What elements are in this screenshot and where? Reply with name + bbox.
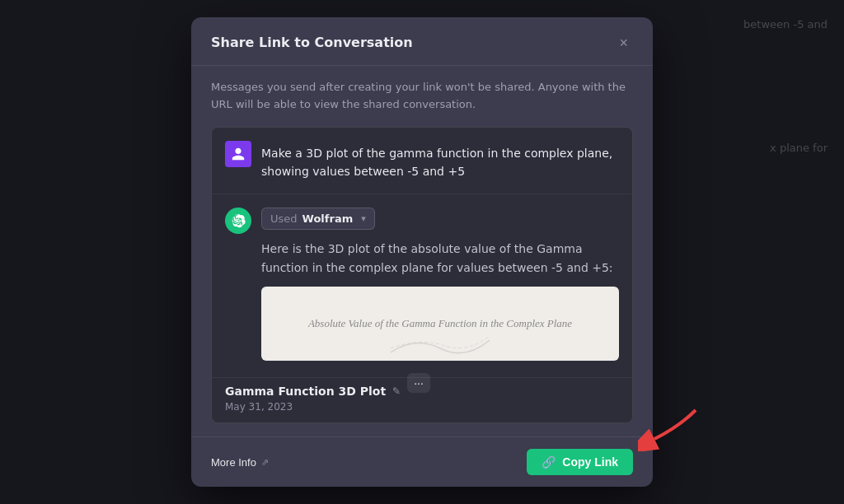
link-icon: 🔗: [542, 455, 556, 469]
plot-preview: Absolute Value of the Gamma Function in …: [261, 287, 619, 361]
modal-footer: More Info ⇗ 🔗 Copy Link: [191, 436, 653, 487]
modal-title: Share Link to Conversation: [211, 35, 413, 50]
modal-header: Share Link to Conversation ×: [191, 17, 653, 66]
close-button[interactable]: ×: [614, 34, 633, 52]
wolfram-used-label: Used: [270, 212, 298, 225]
wolfram-name-label: Wolfram: [302, 212, 354, 225]
dots-menu-button[interactable]: ···: [407, 373, 430, 393]
user-message-text: Make a 3D plot of the gamma function in …: [261, 141, 619, 181]
chevron-down-icon: ▾: [361, 213, 366, 224]
chart-date: May 31, 2023: [225, 401, 619, 413]
chart-name-row: Gamma Function 3D Plot ✎ ··· May 31, 202…: [212, 377, 632, 422]
openai-icon: [231, 213, 246, 228]
modal-backdrop: Share Link to Conversation × Messages yo…: [0, 0, 844, 504]
assistant-content: Used Wolfram ▾ Here is the 3D plot of th…: [261, 208, 619, 364]
chart-name-title: Gamma Function 3D Plot ✎ ···: [225, 385, 619, 398]
copy-link-button[interactable]: 🔗 Copy Link: [527, 449, 633, 475]
wolfram-pill[interactable]: Used Wolfram ▾: [261, 208, 375, 230]
chart-name-label: Gamma Function 3D Plot: [225, 385, 386, 398]
assistant-avatar: [225, 208, 251, 234]
assistant-text: Here is the 3D plot of the absolute valu…: [261, 240, 619, 277]
share-modal: Share Link to Conversation × Messages yo…: [191, 17, 653, 487]
external-link-icon: ⇗: [261, 457, 269, 468]
plot-decoration: [391, 332, 490, 357]
user-message: Make a 3D plot of the gamma function in …: [212, 128, 632, 195]
user-icon: [231, 147, 246, 161]
assistant-message: Used Wolfram ▾ Here is the 3D plot of th…: [212, 194, 632, 377]
more-info-label: More Info: [211, 456, 256, 469]
conversation-preview: Make a 3D plot of the gamma function in …: [211, 127, 633, 424]
more-info-button[interactable]: More Info ⇗: [211, 456, 269, 469]
modal-description: Messages you send after creating your li…: [211, 79, 633, 114]
user-avatar: [225, 141, 251, 167]
plot-title-text: Absolute Value of the Gamma Function in …: [308, 317, 572, 330]
edit-icon[interactable]: ✎: [392, 385, 401, 397]
modal-body: Messages you send after creating your li…: [191, 66, 653, 436]
copy-link-label: Copy Link: [562, 455, 618, 469]
